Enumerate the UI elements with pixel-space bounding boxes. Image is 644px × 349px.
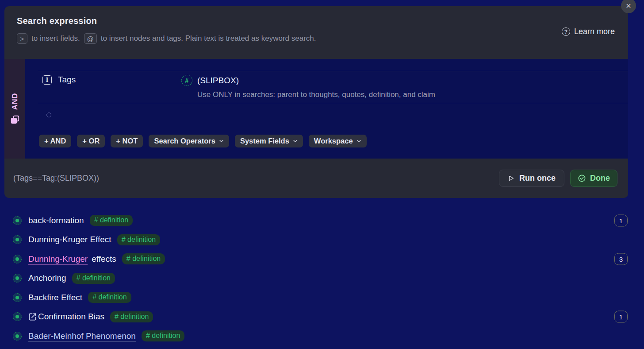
workspace-label: Workspace [314, 137, 353, 145]
system-fields-dropdown[interactable]: System Fields [235, 135, 303, 147]
system-fields-label: System Fields [240, 137, 289, 145]
supertag-icon: # [181, 75, 192, 86]
play-icon [508, 174, 514, 182]
row-divider [38, 103, 628, 103]
field-label: Tags [58, 75, 76, 85]
node-bullet-icon[interactable] [13, 332, 22, 341]
chevron-down-icon [219, 140, 224, 143]
tag-description: Use ONLY in searches: parent to thoughts… [197, 90, 624, 99]
overlapping-squares-icon [10, 115, 20, 124]
definition-tag-badge[interactable]: # definition [142, 330, 184, 341]
result-title[interactable]: Dunning-Kruger Effect [28, 235, 111, 244]
list-item[interactable]: Dunning-Kruger effects # definition 3 [0, 249, 644, 269]
group-operator-and[interactable]: AND [4, 59, 25, 159]
node-bullet-icon[interactable] [13, 235, 22, 244]
check-circle-icon [578, 174, 586, 182]
modal-header: Search expression ? Learn more > to inse… [4, 6, 628, 59]
result-title[interactable]: Backfire Effect [28, 293, 82, 302]
empty-node-bullet[interactable] [46, 112, 51, 117]
result-title[interactable]: Confirmation Bias [38, 312, 104, 322]
list-item[interactable]: Confirmation Bias # definition 1 [0, 307, 644, 327]
result-title[interactable]: effects [92, 254, 116, 264]
definition-tag-badge[interactable]: # definition [110, 311, 153, 322]
help-circle-icon: ? [562, 27, 570, 36]
definition-tag-badge[interactable]: # definition [117, 234, 160, 245]
run-once-button[interactable]: Run once [499, 170, 564, 187]
workspace-dropdown[interactable]: Workspace [309, 135, 367, 147]
modal-title: Search expression [17, 16, 616, 26]
hint-nodes-text: to insert nodes and tags. Plain text is … [101, 34, 316, 43]
field-name-cell[interactable]: I Tags [42, 75, 181, 85]
chevron-down-icon [356, 140, 361, 143]
add-and-label: + AND [44, 137, 66, 145]
query-builder-body: AND I Tags # (SLIPBOX) Use ONLY in sear [4, 59, 628, 159]
kbd-gt-key: > [17, 33, 27, 44]
node-bullet-icon[interactable] [13, 312, 22, 321]
node-bullet-icon[interactable] [13, 274, 22, 283]
kbd-at-key: @ [84, 33, 97, 44]
list-item[interactable]: Dunning-Kruger Effect # definition [0, 230, 644, 250]
chevron-down-icon [293, 140, 298, 143]
definition-tag-badge[interactable]: # definition [90, 215, 133, 226]
node-bullet-icon[interactable] [13, 255, 22, 264]
query-expression-text: (Tags==Tag:(SLIPBOX)) [13, 174, 499, 183]
run-once-label: Run once [519, 174, 556, 183]
search-results-list: back-formation # definition 1 Dunning-Kr… [0, 211, 644, 346]
tag-value: (SLIPBOX) [197, 76, 239, 85]
reference-count-badge[interactable]: 3 [614, 253, 628, 265]
result-title[interactable]: back-formation [28, 216, 84, 225]
search-expression-modal: Search expression ? Learn more > to inse… [4, 6, 628, 198]
list-item[interactable]: Anchoring # definition [0, 269, 644, 288]
add-and-button[interactable]: + AND [39, 135, 71, 147]
learn-more-label: Learn more [574, 27, 615, 36]
result-title[interactable]: Anchoring [28, 273, 66, 283]
query-canvas: I Tags # (SLIPBOX) Use ONLY in searches:… [25, 59, 628, 159]
tags-field-row: I Tags # (SLIPBOX) Use ONLY in searches:… [42, 75, 624, 99]
search-operators-dropdown[interactable]: Search Operators [149, 135, 229, 147]
field-icon: I [42, 75, 52, 85]
done-button[interactable]: Done [570, 170, 617, 187]
and-operator-label: AND [11, 93, 19, 110]
modal-footer: (Tags==Tag:(SLIPBOX)) Run once Done [4, 159, 628, 198]
builder-buttons-row: + AND + OR + NOT Search Operators System… [39, 135, 367, 147]
result-title-link[interactable]: Dunning-Kruger [28, 254, 88, 264]
result-title-link[interactable]: Bader-Meinhof Phenomenon [28, 331, 136, 341]
node-bullet-icon[interactable] [13, 293, 22, 302]
list-item[interactable]: back-formation # definition 1 [0, 211, 644, 230]
definition-tag-badge[interactable]: # definition [88, 292, 131, 303]
list-item[interactable]: Backfire Effect # definition [0, 288, 644, 307]
hint-fields-text: to insert fields. [31, 34, 80, 43]
reference-count-badge[interactable]: 1 [614, 214, 628, 226]
field-value-cell: # (SLIPBOX) Use ONLY in searches: parent… [181, 75, 624, 99]
node-bullet-icon[interactable] [13, 216, 22, 225]
tag-value-line[interactable]: # (SLIPBOX) [181, 75, 624, 86]
close-icon[interactable]: ✕ [621, 0, 636, 13]
external-link-icon [28, 313, 37, 321]
definition-tag-badge[interactable]: # definition [122, 253, 165, 264]
footer-buttons: Run once Done [499, 170, 617, 187]
done-label: Done [590, 174, 610, 183]
add-or-label: + OR [82, 137, 100, 145]
row-divider [38, 71, 628, 71]
learn-more-link[interactable]: ? Learn more [562, 27, 615, 36]
reference-count-badge[interactable]: 1 [614, 311, 628, 323]
definition-tag-badge[interactable]: # definition [72, 273, 115, 284]
add-not-label: + NOT [116, 137, 138, 145]
add-not-button[interactable]: + NOT [111, 135, 143, 147]
list-item[interactable]: Bader-Meinhof Phenomenon # definition [0, 326, 644, 346]
search-operators-label: Search Operators [154, 137, 215, 145]
hint-line: > to insert fields. @ to insert nodes an… [17, 33, 616, 44]
add-or-button[interactable]: + OR [77, 135, 105, 147]
